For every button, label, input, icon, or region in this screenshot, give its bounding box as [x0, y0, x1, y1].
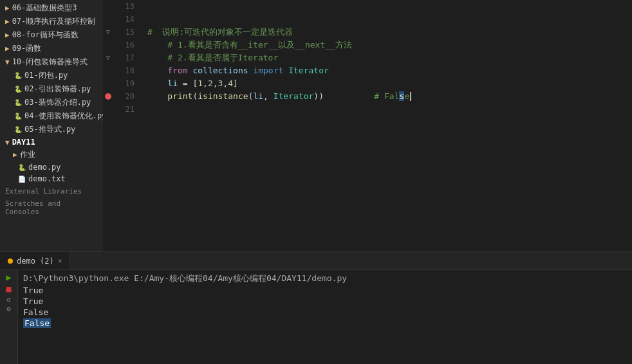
code-line-13: 13	[103, 0, 632, 13]
tab-status-dot	[8, 259, 13, 264]
gutter-21	[103, 103, 113, 116]
txt-icon: 📄	[18, 176, 26, 183]
line-num-21: 21	[113, 103, 142, 116]
line-num-19: 19	[113, 77, 142, 90]
console-tab-demo[interactable]: demo (2) ✕	[0, 252, 70, 269]
tab-label: demo (2)	[17, 257, 54, 266]
output-line-3: False	[23, 307, 627, 317]
sidebar-item-06[interactable]: ▶ 06-基础数据类型3	[0, 1, 103, 15]
rerun-button[interactable]: ↺	[6, 296, 11, 303]
line-num-20: 20	[113, 90, 142, 103]
sidebar-item-08[interactable]: ▶ 08-for循环与函数	[0, 28, 103, 42]
stop-button[interactable]: ■	[6, 284, 11, 293]
folder-icon: ▶	[5, 17, 10, 26]
line-content-20: print(isinstance(li, Iterator)) # False	[142, 90, 632, 103]
gutter-16	[103, 39, 113, 51]
folder-icon: ▶	[5, 4, 10, 12]
line-num-16: 16	[113, 39, 142, 51]
line-num-14: 14	[113, 13, 142, 26]
line-num-13: 13	[113, 0, 142, 13]
line-content-19: li = [1,2,3,4]	[142, 77, 632, 90]
sidebar-item-09[interactable]: ▶ 09-函数	[0, 42, 103, 55]
console-output: D:\Python3\python.exe E:/Amy-核心编程04/Amy核…	[18, 270, 632, 364]
output-line-4: False	[23, 318, 627, 328]
code-line-14: 14	[103, 13, 632, 26]
fold-icon-17: ▽	[106, 51, 110, 64]
sidebar-item-file-03[interactable]: 🐍 03-装饰器介绍.py	[0, 96, 103, 109]
sidebar-item-file-01[interactable]: 🐍 01-闭包.py	[0, 69, 103, 82]
gutter-17: ▽	[103, 51, 113, 64]
main-area: ▶ 06-基础数据类型3 ▶ 07-顺序执行及循环控制 ▶ 08-for循环与函…	[0, 0, 632, 251]
sidebar-item-day11[interactable]: ▼ DAY11	[0, 136, 103, 148]
py-icon: 🐍	[14, 72, 22, 79]
folder-icon: ▶	[5, 44, 10, 53]
sidebar-item-file-05[interactable]: 🐍 05-推导式.py	[0, 123, 103, 136]
console-content: ▶ ■ ↺ ⚙ D:\Python3\python.exe E:/Amy-核心编…	[0, 270, 632, 364]
sidebar-item-demo-txt[interactable]: 📄 demo.txt	[0, 173, 103, 185]
py-icon: 🐍	[18, 164, 26, 171]
gutter-14	[103, 13, 113, 26]
sidebar-item-10[interactable]: ▼ 10-闭包装饰器推导式	[0, 55, 103, 69]
line-content-14	[142, 13, 632, 26]
run-button[interactable]: ▶	[6, 273, 11, 282]
sidebar-item-07[interactable]: ▶ 07-顺序执行及循环控制	[0, 15, 103, 28]
editor-area: 13 14 ▽ 15 # 说明:可迭代的对象不一定是迭代器 16	[103, 0, 632, 251]
sidebar-item-demo-py[interactable]: 🐍 demo.py	[0, 161, 103, 173]
bottom-panel: demo (2) ✕ ▶ ■ ↺ ⚙ D:\Python3\python.exe…	[0, 251, 632, 364]
gutter-15: ▽	[103, 26, 113, 39]
line-content-21	[142, 103, 632, 116]
folder-icon: ▼	[5, 138, 10, 147]
line-content-16: # 1.看其是否含有__iter__以及__next__方法	[142, 39, 632, 51]
code-line-17: ▽ 17 # 2.看其是否属于Iterator	[103, 51, 632, 64]
folder-icon: ▼	[5, 58, 10, 66]
line-content-18: from collections import Iterator	[142, 64, 632, 77]
code-line-20: 20 print(isinstance(li, Iterator)) # Fal…	[103, 90, 632, 103]
gutter-18	[103, 64, 113, 77]
bottom-tabs: demo (2) ✕	[0, 252, 632, 270]
run-controls: ▶ ■ ↺ ⚙	[0, 270, 18, 364]
line-content-17: # 2.看其是否属于Iterator	[142, 51, 632, 64]
line-content-15: # 说明:可迭代的对象不一定是迭代器	[142, 26, 632, 39]
sidebar-external-libraries[interactable]: External Libraries	[0, 185, 103, 197]
code-line-18: 18 from collections import Iterator	[103, 64, 632, 77]
sidebar-item-file-02[interactable]: 🐍 02-引出装饰器.py	[0, 82, 103, 96]
breakpoint-dot-20	[105, 93, 111, 100]
gutter-13	[103, 0, 113, 13]
gutter-20	[103, 90, 113, 103]
line-num-15: 15	[113, 26, 142, 39]
py-icon: 🐍	[14, 113, 22, 120]
output-line-2: True	[23, 296, 627, 306]
output-line-1: True	[23, 286, 627, 295]
folder-icon: ▶	[13, 150, 17, 159]
code-content[interactable]: 13 14 ▽ 15 # 说明:可迭代的对象不一定是迭代器 16	[103, 0, 632, 251]
py-icon: 🐍	[14, 99, 22, 106]
line-num-18: 18	[113, 64, 142, 77]
code-line-21: 21	[103, 103, 632, 116]
sidebar-item-file-04[interactable]: 🐍 04-使用装饰器优化.py	[0, 109, 103, 123]
sidebar-scratches[interactable]: Scratches and Consoles	[0, 197, 103, 217]
command-line: D:\Python3\python.exe E:/Amy-核心编程04/Amy核…	[23, 273, 627, 284]
line-num-17: 17	[113, 51, 142, 64]
sidebar: ▶ 06-基础数据类型3 ▶ 07-顺序执行及循环控制 ▶ 08-for循环与函…	[0, 0, 103, 251]
settings-button[interactable]: ⚙	[6, 305, 11, 313]
sidebar-item-hw[interactable]: ▶ 作业	[0, 148, 103, 161]
line-content-13	[142, 0, 632, 13]
tab-close-btn[interactable]: ✕	[58, 257, 62, 265]
folder-icon: ▶	[5, 31, 10, 39]
code-line-19: 19 li = [1,2,3,4]	[103, 77, 632, 90]
fold-icon-15: ▽	[106, 26, 110, 39]
py-icon: 🐍	[14, 126, 22, 133]
gutter-19	[103, 77, 113, 90]
code-line-15: ▽ 15 # 说明:可迭代的对象不一定是迭代器	[103, 26, 632, 39]
py-icon: 🐍	[14, 86, 22, 93]
code-line-16: 16 # 1.看其是否含有__iter__以及__next__方法	[103, 39, 632, 51]
